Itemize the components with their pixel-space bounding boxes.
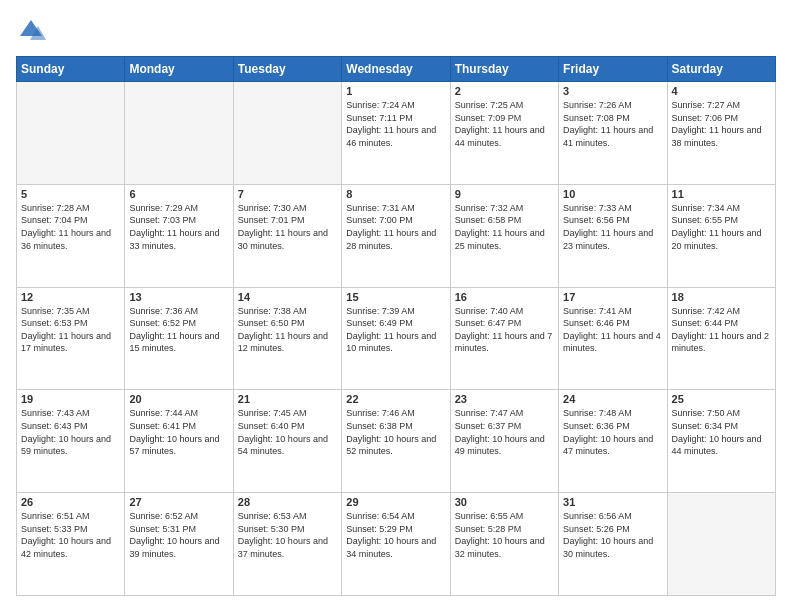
logo <box>16 16 50 46</box>
calendar-cell <box>125 82 233 185</box>
cell-day-number: 19 <box>21 393 120 405</box>
cell-day-number: 15 <box>346 291 445 303</box>
calendar-cell: 4Sunrise: 7:27 AM Sunset: 7:06 PM Daylig… <box>667 82 775 185</box>
cell-info-text: Sunrise: 7:29 AM Sunset: 7:03 PM Dayligh… <box>129 202 228 252</box>
cell-day-number: 26 <box>21 496 120 508</box>
calendar-cell: 31Sunrise: 6:56 AM Sunset: 5:26 PM Dayli… <box>559 493 667 596</box>
week-row-3: 12Sunrise: 7:35 AM Sunset: 6:53 PM Dayli… <box>17 287 776 390</box>
calendar-cell: 8Sunrise: 7:31 AM Sunset: 7:00 PM Daylig… <box>342 184 450 287</box>
calendar-cell: 2Sunrise: 7:25 AM Sunset: 7:09 PM Daylig… <box>450 82 558 185</box>
cell-info-text: Sunrise: 7:48 AM Sunset: 6:36 PM Dayligh… <box>563 407 662 457</box>
cell-day-number: 17 <box>563 291 662 303</box>
cell-day-number: 20 <box>129 393 228 405</box>
calendar-cell: 6Sunrise: 7:29 AM Sunset: 7:03 PM Daylig… <box>125 184 233 287</box>
cell-info-text: Sunrise: 7:33 AM Sunset: 6:56 PM Dayligh… <box>563 202 662 252</box>
calendar-cell <box>17 82 125 185</box>
cell-day-number: 27 <box>129 496 228 508</box>
cell-day-number: 2 <box>455 85 554 97</box>
cell-day-number: 4 <box>672 85 771 97</box>
calendar-cell: 26Sunrise: 6:51 AM Sunset: 5:33 PM Dayli… <box>17 493 125 596</box>
calendar-cell: 11Sunrise: 7:34 AM Sunset: 6:55 PM Dayli… <box>667 184 775 287</box>
cell-day-number: 11 <box>672 188 771 200</box>
cell-info-text: Sunrise: 7:45 AM Sunset: 6:40 PM Dayligh… <box>238 407 337 457</box>
calendar-cell: 5Sunrise: 7:28 AM Sunset: 7:04 PM Daylig… <box>17 184 125 287</box>
cell-day-number: 8 <box>346 188 445 200</box>
calendar-cell: 23Sunrise: 7:47 AM Sunset: 6:37 PM Dayli… <box>450 390 558 493</box>
cell-day-number: 25 <box>672 393 771 405</box>
cell-info-text: Sunrise: 7:42 AM Sunset: 6:44 PM Dayligh… <box>672 305 771 355</box>
week-row-4: 19Sunrise: 7:43 AM Sunset: 6:43 PM Dayli… <box>17 390 776 493</box>
calendar-cell: 30Sunrise: 6:55 AM Sunset: 5:28 PM Dayli… <box>450 493 558 596</box>
day-header-tuesday: Tuesday <box>233 57 341 82</box>
day-header-saturday: Saturday <box>667 57 775 82</box>
week-row-5: 26Sunrise: 6:51 AM Sunset: 5:33 PM Dayli… <box>17 493 776 596</box>
cell-day-number: 9 <box>455 188 554 200</box>
cell-info-text: Sunrise: 7:27 AM Sunset: 7:06 PM Dayligh… <box>672 99 771 149</box>
calendar-cell: 24Sunrise: 7:48 AM Sunset: 6:36 PM Dayli… <box>559 390 667 493</box>
calendar-cell: 17Sunrise: 7:41 AM Sunset: 6:46 PM Dayli… <box>559 287 667 390</box>
week-row-1: 1Sunrise: 7:24 AM Sunset: 7:11 PM Daylig… <box>17 82 776 185</box>
day-header-monday: Monday <box>125 57 233 82</box>
cell-info-text: Sunrise: 6:53 AM Sunset: 5:30 PM Dayligh… <box>238 510 337 560</box>
cell-info-text: Sunrise: 7:30 AM Sunset: 7:01 PM Dayligh… <box>238 202 337 252</box>
day-header-friday: Friday <box>559 57 667 82</box>
cell-info-text: Sunrise: 7:24 AM Sunset: 7:11 PM Dayligh… <box>346 99 445 149</box>
cell-info-text: Sunrise: 7:43 AM Sunset: 6:43 PM Dayligh… <box>21 407 120 457</box>
calendar-cell: 3Sunrise: 7:26 AM Sunset: 7:08 PM Daylig… <box>559 82 667 185</box>
cell-info-text: Sunrise: 7:46 AM Sunset: 6:38 PM Dayligh… <box>346 407 445 457</box>
cell-day-number: 14 <box>238 291 337 303</box>
calendar-cell <box>667 493 775 596</box>
calendar-table: SundayMondayTuesdayWednesdayThursdayFrid… <box>16 56 776 596</box>
day-header-thursday: Thursday <box>450 57 558 82</box>
cell-day-number: 23 <box>455 393 554 405</box>
calendar-cell <box>233 82 341 185</box>
cell-day-number: 29 <box>346 496 445 508</box>
cell-info-text: Sunrise: 7:36 AM Sunset: 6:52 PM Dayligh… <box>129 305 228 355</box>
cell-day-number: 10 <box>563 188 662 200</box>
calendar-cell: 15Sunrise: 7:39 AM Sunset: 6:49 PM Dayli… <box>342 287 450 390</box>
cell-day-number: 28 <box>238 496 337 508</box>
calendar-cell: 7Sunrise: 7:30 AM Sunset: 7:01 PM Daylig… <box>233 184 341 287</box>
calendar-cell: 9Sunrise: 7:32 AM Sunset: 6:58 PM Daylig… <box>450 184 558 287</box>
cell-info-text: Sunrise: 7:41 AM Sunset: 6:46 PM Dayligh… <box>563 305 662 355</box>
cell-day-number: 6 <box>129 188 228 200</box>
header <box>16 16 776 46</box>
cell-day-number: 24 <box>563 393 662 405</box>
cell-day-number: 12 <box>21 291 120 303</box>
week-row-2: 5Sunrise: 7:28 AM Sunset: 7:04 PM Daylig… <box>17 184 776 287</box>
cell-info-text: Sunrise: 7:28 AM Sunset: 7:04 PM Dayligh… <box>21 202 120 252</box>
cell-info-text: Sunrise: 7:26 AM Sunset: 7:08 PM Dayligh… <box>563 99 662 149</box>
calendar-cell: 28Sunrise: 6:53 AM Sunset: 5:30 PM Dayli… <box>233 493 341 596</box>
cell-day-number: 3 <box>563 85 662 97</box>
calendar-body: 1Sunrise: 7:24 AM Sunset: 7:11 PM Daylig… <box>17 82 776 596</box>
cell-day-number: 1 <box>346 85 445 97</box>
cell-day-number: 30 <box>455 496 554 508</box>
cell-info-text: Sunrise: 7:50 AM Sunset: 6:34 PM Dayligh… <box>672 407 771 457</box>
cell-day-number: 22 <box>346 393 445 405</box>
calendar-cell: 1Sunrise: 7:24 AM Sunset: 7:11 PM Daylig… <box>342 82 450 185</box>
cell-info-text: Sunrise: 6:55 AM Sunset: 5:28 PM Dayligh… <box>455 510 554 560</box>
calendar-cell: 14Sunrise: 7:38 AM Sunset: 6:50 PM Dayli… <box>233 287 341 390</box>
cell-info-text: Sunrise: 6:52 AM Sunset: 5:31 PM Dayligh… <box>129 510 228 560</box>
cell-info-text: Sunrise: 6:56 AM Sunset: 5:26 PM Dayligh… <box>563 510 662 560</box>
cell-info-text: Sunrise: 7:38 AM Sunset: 6:50 PM Dayligh… <box>238 305 337 355</box>
calendar-cell: 27Sunrise: 6:52 AM Sunset: 5:31 PM Dayli… <box>125 493 233 596</box>
calendar-cell: 10Sunrise: 7:33 AM Sunset: 6:56 PM Dayli… <box>559 184 667 287</box>
day-header-wednesday: Wednesday <box>342 57 450 82</box>
cell-info-text: Sunrise: 6:51 AM Sunset: 5:33 PM Dayligh… <box>21 510 120 560</box>
cell-info-text: Sunrise: 7:35 AM Sunset: 6:53 PM Dayligh… <box>21 305 120 355</box>
cell-info-text: Sunrise: 7:47 AM Sunset: 6:37 PM Dayligh… <box>455 407 554 457</box>
cell-day-number: 18 <box>672 291 771 303</box>
calendar-cell: 12Sunrise: 7:35 AM Sunset: 6:53 PM Dayli… <box>17 287 125 390</box>
cell-day-number: 7 <box>238 188 337 200</box>
cell-day-number: 31 <box>563 496 662 508</box>
cell-day-number: 16 <box>455 291 554 303</box>
page: SundayMondayTuesdayWednesdayThursdayFrid… <box>0 0 792 612</box>
calendar-cell: 21Sunrise: 7:45 AM Sunset: 6:40 PM Dayli… <box>233 390 341 493</box>
calendar-cell: 13Sunrise: 7:36 AM Sunset: 6:52 PM Dayli… <box>125 287 233 390</box>
calendar-header-row: SundayMondayTuesdayWednesdayThursdayFrid… <box>17 57 776 82</box>
cell-info-text: Sunrise: 7:44 AM Sunset: 6:41 PM Dayligh… <box>129 407 228 457</box>
calendar-cell: 20Sunrise: 7:44 AM Sunset: 6:41 PM Dayli… <box>125 390 233 493</box>
calendar-cell: 16Sunrise: 7:40 AM Sunset: 6:47 PM Dayli… <box>450 287 558 390</box>
calendar-cell: 19Sunrise: 7:43 AM Sunset: 6:43 PM Dayli… <box>17 390 125 493</box>
